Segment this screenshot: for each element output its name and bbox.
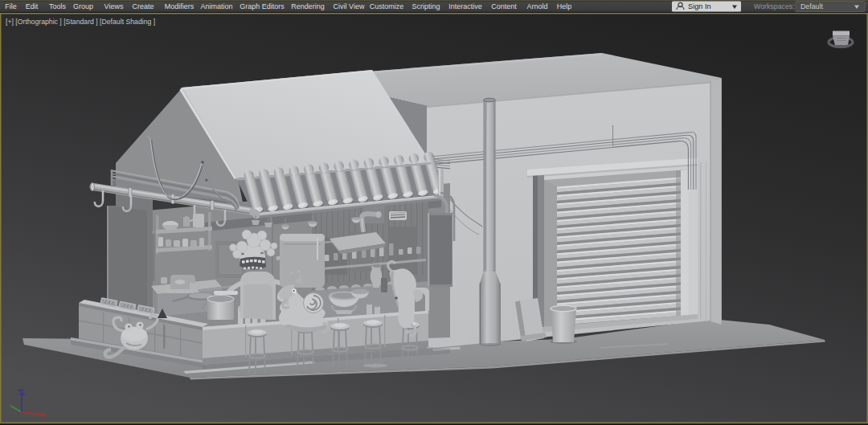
svg-text:Content: Content: [491, 2, 517, 10]
svg-text:Default: Default: [800, 2, 823, 10]
svg-text:Rendering: Rendering: [291, 2, 325, 10]
svg-text:Create: Create: [132, 2, 154, 10]
svg-text:Animation: Animation: [200, 2, 232, 10]
svg-text:Sign In: Sign In: [688, 2, 711, 10]
svg-text:File: File: [5, 2, 17, 10]
svg-text:Customize: Customize: [370, 2, 404, 10]
svg-text:[+] [Orthographic ] [Standard: [+] [Orthographic ] [Standard ] [Default…: [6, 18, 155, 26]
svg-text:Civil View: Civil View: [334, 2, 365, 10]
svg-text:Interactive: Interactive: [448, 2, 482, 10]
svg-text:Views: Views: [104, 2, 124, 10]
svg-text:Group: Group: [73, 2, 93, 10]
svg-text:Arnold: Arnold: [526, 2, 547, 10]
svg-text:Help: Help: [557, 2, 572, 10]
svg-text:Edit: Edit: [26, 2, 39, 10]
svg-text:Scripting: Scripting: [411, 2, 440, 10]
svg-text:Graph Editors: Graph Editors: [240, 2, 285, 10]
svg-text:Tools: Tools: [49, 2, 67, 10]
svg-text:Workspaces:: Workspaces:: [754, 2, 795, 10]
svg-text:Modifiers: Modifiers: [165, 2, 194, 10]
